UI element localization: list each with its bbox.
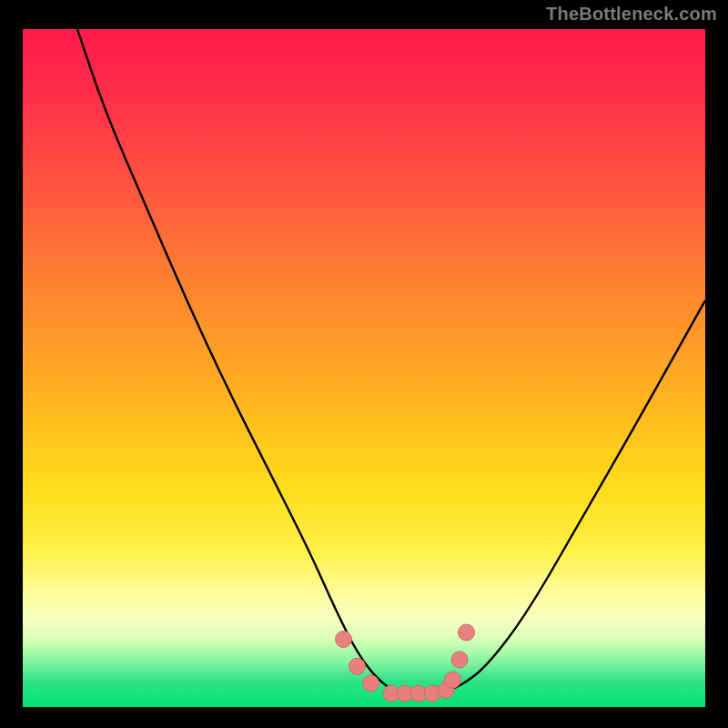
bottleneck-curve bbox=[77, 29, 705, 693]
highlighted-point bbox=[459, 624, 475, 641]
highlighted-point bbox=[445, 672, 461, 688]
highlighted-point bbox=[336, 632, 352, 648]
highlighted-point bbox=[451, 652, 468, 668]
highlighted-points-group bbox=[336, 624, 475, 702]
curve-layer bbox=[23, 29, 705, 707]
attribution-label: TheBottleneck.com bbox=[546, 4, 717, 25]
highlighted-point bbox=[363, 675, 379, 692]
highlighted-point bbox=[349, 658, 366, 674]
chart-frame: TheBottleneck.com bbox=[0, 0, 728, 728]
plot-area bbox=[23, 29, 705, 707]
